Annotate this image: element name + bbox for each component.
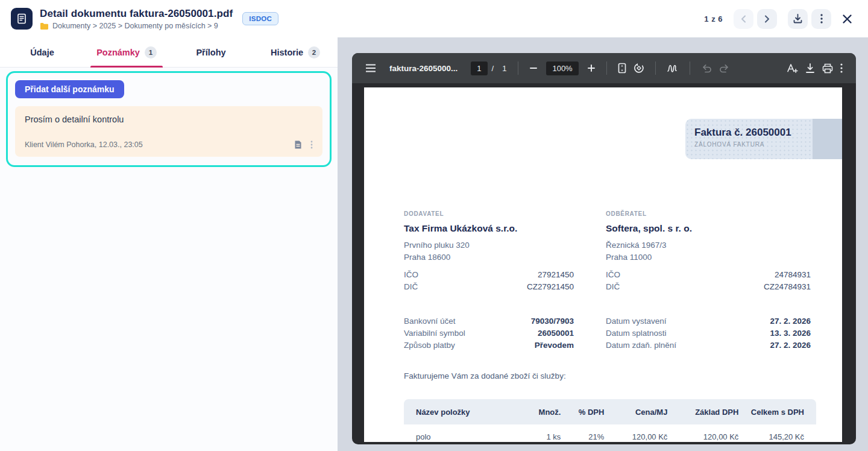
pdf-page-input[interactable]: 1 xyxy=(471,62,487,75)
dates-block: Datum vystavení27. 2. 2026 Datum splatno… xyxy=(606,315,811,352)
app-header: Detail dokumentu faktura-26050001.pdf Do… xyxy=(0,0,868,37)
supplier-label: DODAVATEL xyxy=(404,210,574,217)
supplier-address: Prvního pluku 320 xyxy=(404,239,574,251)
tab-count-badge: 2 xyxy=(308,46,320,58)
customer-block: ODBĚRATEL Softera, spol. s r. o. Řeznick… xyxy=(606,210,811,293)
tab-bar: Údaje Poznámky 1 Přílohy Historie 2 xyxy=(0,37,338,68)
invoice-header-accent xyxy=(813,119,842,159)
payment-value: 79030/7903 xyxy=(531,315,574,327)
undo-icon xyxy=(701,64,712,73)
pdf-page-total: 1 xyxy=(502,64,506,73)
minus-icon xyxy=(529,64,538,72)
supplier-address: Praha 18600 xyxy=(404,251,574,263)
prev-document-button[interactable] xyxy=(734,9,753,29)
invoice-subtitle: ZÁLOHOVÁ FAKTURA xyxy=(694,141,813,148)
pdf-sidebar-toggle-button[interactable] xyxy=(362,60,380,76)
table-header-row: Název položky Množ. % DPH Cena/MJ Základ… xyxy=(404,399,816,424)
cell-base: 120,00 Kč xyxy=(667,432,738,441)
date-value: 27. 2. 2026 xyxy=(770,315,811,327)
document-menu-button[interactable] xyxy=(811,9,831,29)
document-type-icon xyxy=(11,8,33,30)
zoom-in-button[interactable] xyxy=(583,60,599,76)
isdoc-badge: ISDOC xyxy=(242,12,278,25)
payment-label: Variabilní symbol xyxy=(404,327,465,339)
payment-label: Bankovní účet xyxy=(404,315,456,327)
plus-icon xyxy=(587,64,596,72)
add-text-annotation-button[interactable] xyxy=(782,59,802,77)
tab-label: Údaje xyxy=(30,48,54,57)
customer-label: ODBĚRATEL xyxy=(606,210,811,217)
col-header: Základ DPH xyxy=(667,408,738,417)
tab-count-badge: 1 xyxy=(145,46,157,58)
preview-panel: faktura-2605000... 1 / 1 100% xyxy=(338,37,868,451)
date-label: Datum splatnosti xyxy=(606,327,667,339)
redo-icon xyxy=(719,64,730,73)
rotate-button[interactable] xyxy=(630,59,648,77)
note-document-icon xyxy=(294,140,302,150)
payment-label: Způsob platby xyxy=(404,339,455,352)
redo-button[interactable] xyxy=(715,60,734,77)
close-icon xyxy=(842,14,852,24)
note-document-button[interactable] xyxy=(294,140,302,150)
date-value: 27. 2. 2026 xyxy=(770,339,811,352)
table-row: polo 1 ks 21% 120,00 Kč 120,00 Kč 145,20… xyxy=(404,424,816,442)
dic-label: DIČ xyxy=(404,281,418,293)
tab-prilohy[interactable]: Přílohy xyxy=(169,37,253,67)
tab-historie[interactable]: Historie 2 xyxy=(253,37,338,67)
kebab-menu-icon xyxy=(840,63,843,73)
pdf-menu-button[interactable] xyxy=(837,60,846,77)
tab-poznamky[interactable]: Poznámky 1 xyxy=(84,37,169,67)
invoice-intro: Fakturujeme Vám za dodané zboží či služb… xyxy=(404,371,566,380)
toolbar-divider xyxy=(518,62,518,75)
payment-block: Bankovní účet79030/7903 Variabilní symbo… xyxy=(404,315,574,352)
zoom-level[interactable]: 100% xyxy=(546,62,578,75)
ico-value: 27921450 xyxy=(538,269,574,281)
note-text: Prosím o detailní kontrolu xyxy=(25,115,313,124)
rotate-ccw-icon xyxy=(634,63,644,74)
hamburger-menu-icon xyxy=(365,64,376,72)
dic-value: CZ27921450 xyxy=(527,281,574,293)
date-label: Datum vystavení xyxy=(606,315,667,327)
ico-label: IČO xyxy=(404,269,418,281)
cell-total: 145,20 Kč xyxy=(738,432,804,441)
notes-highlight-box: Přidat další poznámku Prosím o detailní … xyxy=(6,71,332,167)
annotate-draw-button[interactable] xyxy=(663,60,682,77)
pdf-download-button[interactable] xyxy=(802,60,819,77)
fit-page-button[interactable] xyxy=(614,59,630,77)
customer-address: Praha 11000 xyxy=(606,251,811,263)
col-header: Množ. xyxy=(517,408,561,417)
breadcrumb[interactable]: Dokumenty > 2025 > Dokumenty po měsících… xyxy=(40,22,233,30)
close-button[interactable] xyxy=(837,9,857,29)
cell-vat: 21% xyxy=(561,432,604,441)
cell-quantity: 1 ks xyxy=(517,432,561,441)
date-value: 13. 3. 2026 xyxy=(770,327,811,339)
payment-value: 26050001 xyxy=(538,327,574,339)
pen-squiggle-icon xyxy=(667,63,679,73)
download-icon xyxy=(805,63,815,74)
col-header: Cena/MJ xyxy=(604,408,667,417)
note-menu-button[interactable] xyxy=(310,140,313,149)
next-document-button[interactable] xyxy=(757,9,777,29)
pdf-page: Faktura č. 26050001 ZÁLOHOVÁ FAKTURA DOD… xyxy=(364,87,842,442)
folder-icon xyxy=(40,22,49,30)
ico-label: IČO xyxy=(606,269,620,281)
ico-value: 24784931 xyxy=(775,269,811,281)
zoom-out-button[interactable] xyxy=(526,60,541,76)
invoice-number: Faktura č. 26050001 xyxy=(694,127,813,139)
date-label: Datum zdaň. plnění xyxy=(606,339,676,352)
page-title: Detail dokumentu faktura-26050001.pdf xyxy=(40,8,233,20)
kebab-menu-icon xyxy=(820,14,823,24)
col-header: Název položky xyxy=(416,408,517,417)
chevron-left-icon xyxy=(741,15,746,23)
dic-label: DIČ xyxy=(606,281,620,293)
toolbar-divider xyxy=(655,62,656,75)
tab-udaje[interactable]: Údaje xyxy=(0,37,84,67)
supplier-block: DODAVATEL Tax Firma Ukázková s.r.o. Prvn… xyxy=(404,210,574,293)
download-document-button[interactable] xyxy=(788,9,808,29)
note-meta: Klient Vilém Pohorka, 12.03., 23:05 xyxy=(25,140,286,149)
cell-unit-price: 120,00 Kč xyxy=(604,432,667,441)
pdf-print-button[interactable] xyxy=(819,60,837,77)
undo-button[interactable] xyxy=(697,60,715,77)
add-note-button[interactable]: Přidat další poznámku xyxy=(15,80,124,98)
pdf-filename: faktura-2605000... xyxy=(389,64,458,73)
